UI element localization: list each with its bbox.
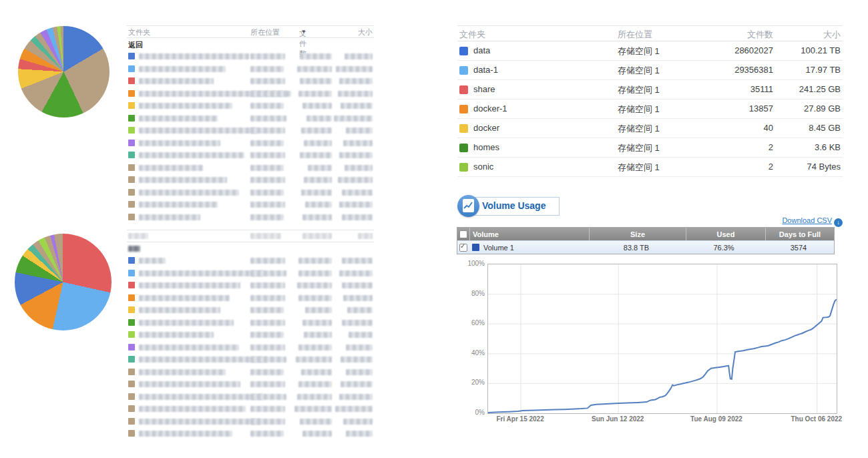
redacted-header-size[interactable] [358,233,373,239]
select-all-checkbox[interactable] [459,230,467,238]
column-header-count[interactable]: 文件数 [747,29,773,41]
redacted-location [250,419,285,425]
folder-name[interactable]: homes [473,142,499,152]
folder-color-swatch [128,140,135,146]
folder-row[interactable]: share存储空间 135111241.25 GB [457,80,843,99]
folder-row[interactable]: docker存储空间 1408.45 GB [457,119,843,138]
redacted-header-folder[interactable] [128,233,148,239]
column-header-folder[interactable]: 文件夹 [128,27,150,37]
volume-checkbox[interactable] [459,244,467,252]
back-link[interactable]: 返回 [128,40,143,50]
redacted-folder-row[interactable] [127,366,374,379]
redacted-folder-row[interactable] [127,149,374,162]
redacted-size [349,332,373,338]
redacted-folder-row[interactable] [127,87,374,100]
redacted-size [342,320,373,326]
redacted-folder-row[interactable] [127,211,374,224]
redacted-size [341,381,373,387]
folder-color-swatch [459,105,468,113]
redacted-size [341,103,373,109]
redacted-folder-name [139,320,234,326]
back-link-redacted[interactable] [128,246,140,252]
column-header-location[interactable]: 所在位置 [618,29,652,41]
redacted-header-count[interactable] [302,233,332,239]
redacted-folder-row[interactable] [127,328,374,341]
redacted-folder-row[interactable] [127,112,374,125]
redacted-folder-row[interactable] [127,63,374,75]
redacted-folder-row[interactable] [127,174,374,186]
redacted-folder-rows-bottom [127,254,374,440]
redacted-folder-row[interactable] [127,304,374,316]
folder-color-swatch [128,418,135,425]
redacted-folder-row[interactable] [127,99,374,112]
redacted-folder-row[interactable] [127,279,374,292]
folder-row[interactable]: sonic存储空间 1274 Bytes [457,158,843,177]
redacted-folder-row[interactable] [127,267,374,280]
redacted-folder-row[interactable] [127,391,374,403]
redacted-size [334,116,373,122]
redacted-file-count [300,419,332,425]
redacted-file-count [304,177,332,183]
redacted-folder-row[interactable] [127,198,374,211]
redacted-folder-row[interactable] [127,403,374,415]
redacted-folder-row[interactable] [127,186,374,199]
folder-file-count: 29356381 [734,65,773,75]
redacted-folder-row[interactable] [127,316,374,329]
folder-color-swatch [128,270,135,276]
folder-size: 8.45 GB [809,123,841,133]
redacted-file-count [297,282,332,288]
redacted-folder-row[interactable] [127,378,374,391]
folder-row[interactable]: data-1存储空间 12935638117.97 TB [457,61,843,80]
redacted-folder-row[interactable] [127,341,374,354]
y-axis-tick-label: 20% [459,379,485,386]
redacted-location [250,320,285,326]
column-header-folder[interactable]: 文件夹 [459,29,485,41]
folder-name[interactable]: share [473,84,495,94]
redacted-folder-name [139,295,230,301]
redacted-location [250,202,285,208]
folder-name[interactable]: docker-1 [473,103,507,113]
redacted-size [346,128,373,134]
shared-folder-table-header: 文件夹 所在位置 文件数 大小 [457,25,843,41]
folder-row[interactable]: data存储空间 128602027100.21 TB [457,41,843,61]
redacted-location [250,116,286,122]
redacted-folder-row[interactable] [127,137,374,150]
redacted-folder-row[interactable] [127,75,374,87]
folder-name[interactable]: data-1 [473,65,498,75]
folder-row[interactable]: homes存储空间 123.6 KB [457,138,843,158]
y-axis-tick-label: 0% [459,409,485,416]
redacted-size [339,270,373,276]
redacted-header-location[interactable] [250,233,281,239]
redacted-location [250,140,284,146]
redacted-folder-row[interactable] [127,162,374,174]
folder-name[interactable]: sonic [473,162,493,172]
redacted-size [335,406,373,412]
folder-row[interactable]: docker-1存储空间 11385727.89 GB [457,99,843,119]
redacted-size [346,345,373,351]
redacted-folder-row[interactable] [127,427,374,440]
redacted-folder-row[interactable] [127,124,374,137]
download-csv-link[interactable]: Download CSV [782,216,832,224]
chart-plot-area [487,264,837,414]
redacted-folder-row[interactable] [127,254,374,267]
folder-color-swatch [128,282,135,288]
folder-table-top-header: 文件夹 所在位置 文件数▼ 大小 [127,25,374,38]
redacted-folder-row[interactable] [127,50,374,63]
redacted-folder-row[interactable] [127,292,374,304]
redacted-location [250,91,286,97]
redacted-size [346,369,373,375]
download-icon[interactable]: ↓ [834,218,843,227]
folder-name[interactable]: docker [473,123,499,133]
folder-color-swatch [128,164,135,171]
folder-size: 100.21 TB [801,45,841,55]
redacted-folder-row[interactable] [127,415,374,428]
folder-table-bottom [127,230,374,440]
redacted-folder-row[interactable] [127,353,374,366]
column-header-location[interactable]: 所在位置 [250,27,280,37]
column-header-size[interactable]: 大小 [358,27,373,37]
redacted-location [250,332,284,338]
redacted-location [250,103,284,109]
folder-name[interactable]: data [473,45,490,55]
column-header-size[interactable]: 大小 [823,29,841,41]
redacted-location [250,78,285,84]
